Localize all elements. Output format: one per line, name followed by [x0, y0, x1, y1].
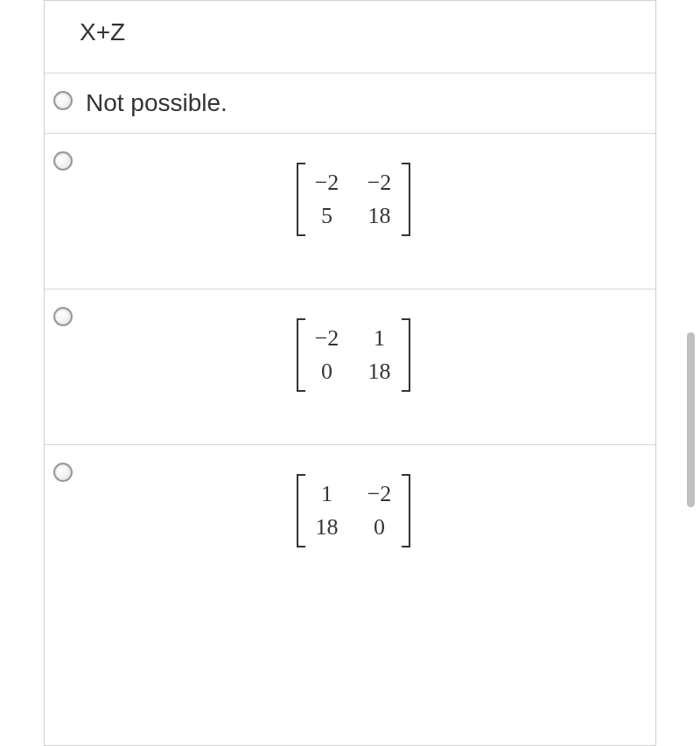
question-prompt: X+Z [45, 1, 655, 73]
matrix-wrap: −2 1 0 18 [86, 305, 620, 392]
matrix-cell: 0 [367, 514, 393, 540]
matrix: −2 −2 5 18 [297, 163, 410, 236]
radio-button[interactable] [53, 151, 73, 171]
option-label: Not possible. [86, 89, 228, 117]
bracket-left [297, 163, 305, 236]
scrollbar-thumb[interactable] [687, 332, 695, 507]
matrix-cell: 1 [367, 325, 393, 352]
matrix-cell: 0 [314, 359, 340, 385]
matrix-cell: −2 [314, 325, 340, 352]
matrix-wrap: −2 −2 5 18 [86, 150, 620, 236]
matrix-cell: 5 [314, 203, 340, 229]
matrix: −2 1 0 18 [297, 318, 410, 392]
bracket-right [402, 163, 410, 236]
matrix-cell: 18 [314, 514, 340, 540]
matrix-cell: 1 [314, 481, 340, 507]
bracket-left [297, 318, 305, 392]
matrix-cell: −2 [314, 170, 340, 196]
option-matrix-1[interactable]: −2 −2 5 18 [45, 133, 655, 289]
matrix-body: −2 1 0 18 [305, 318, 402, 392]
option-not-possible[interactable]: Not possible. [45, 73, 655, 133]
matrix-cell: 18 [367, 203, 393, 229]
option-matrix-2[interactable]: −2 1 0 18 [45, 289, 655, 444]
radio-button[interactable] [53, 91, 73, 110]
matrix-body: 1 −2 18 0 [305, 474, 402, 547]
bracket-right [402, 474, 410, 547]
matrix-cell: 18 [367, 359, 393, 385]
matrix: 1 −2 18 0 [297, 474, 410, 547]
question-container: X+Z Not possible. −2 −2 5 18 [44, 0, 656, 746]
matrix-wrap: 1 −2 18 0 [86, 461, 620, 547]
matrix-body: −2 −2 5 18 [305, 163, 402, 236]
radio-button[interactable] [53, 307, 73, 326]
radio-button[interactable] [53, 463, 73, 482]
matrix-cell: −2 [367, 481, 393, 507]
option-matrix-3[interactable]: 1 −2 18 0 [45, 444, 655, 600]
bracket-left [297, 474, 305, 547]
matrix-cell: −2 [367, 170, 393, 196]
bracket-right [402, 318, 410, 392]
